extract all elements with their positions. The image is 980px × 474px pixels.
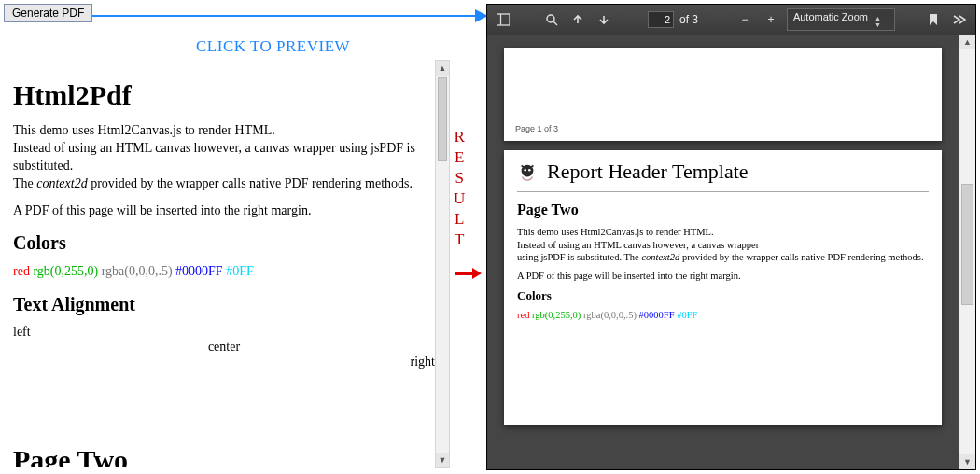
colors-heading: Colors (13, 232, 435, 254)
zoom-in-icon[interactable]: + (761, 9, 781, 30)
scroll-up-icon[interactable]: ▲ (436, 61, 449, 76)
scroll-down-icon[interactable]: ▼ (436, 453, 449, 467)
search-icon[interactable] (541, 9, 562, 30)
intro-line-4: A PDF of this page will be inserted into… (13, 202, 435, 220)
pdf-intro-3: using jsPDF is substituted. The context2… (517, 251, 929, 264)
align-left-sample: left (13, 325, 435, 340)
pdf-color-samples: red rgb(0,255,0) rgba(0,0,0,.5) #0000FF … (517, 309, 929, 322)
pdf-page-1: Page 1 of 3 (504, 48, 942, 141)
source-html-pane: Html2Pdf This demo uses Html2Canvas.js t… (13, 61, 435, 467)
svg-rect-0 (497, 14, 510, 25)
left-scrollbar[interactable]: ▲ ▼ (435, 60, 450, 468)
page-title: Html2Pdf (13, 79, 435, 111)
pdf-viewer: of 3 − + Automatic Zoom ▲▼ Page 1 of 3 (486, 4, 976, 470)
pdf-toolbar: of 3 − + Automatic Zoom ▲▼ (487, 5, 975, 35)
generate-pdf-button[interactable]: Generate PDF (4, 4, 92, 22)
pdf-colors-heading: Colors (517, 288, 929, 303)
page-two-heading: Page Two (13, 444, 435, 467)
scroll-up-icon[interactable]: ▲ (959, 35, 975, 49)
pdf-intro-1: This demo uses Html2Canvas.js to render … (517, 226, 929, 239)
zoom-stepper-icon[interactable]: ▲▼ (875, 15, 881, 28)
pdf-page-area[interactable]: Page 1 of 3 Report Header Template Page … (487, 35, 959, 469)
result-label: R E S U L T (454, 127, 466, 251)
text-alignment-heading: Text Alignment (13, 294, 435, 315)
sidebar-toggle-icon[interactable] (493, 9, 513, 30)
pdf-intro-2: Instead of using an HTML canvas however,… (517, 239, 929, 252)
bookmark-icon[interactable] (923, 9, 944, 30)
align-center-sample: center (13, 340, 435, 355)
intro-line-2: Instead of using an HTML canvas however,… (13, 140, 435, 175)
page-total-label: of 3 (679, 13, 698, 26)
color-samples: red rgb(0,255,0) rgba(0,0,0,.5) #0000FF … (13, 263, 435, 281)
next-page-icon[interactable] (594, 9, 614, 30)
svg-point-6 (528, 169, 531, 172)
result-arrow-icon (455, 264, 482, 281)
octocat-icon (517, 161, 538, 182)
page-footer-label: Page 1 of 3 (515, 124, 558, 133)
svg-line-3 (553, 21, 557, 25)
intro-line-3: The context2d provided by the wrapper ca… (13, 175, 435, 193)
scroll-thumb[interactable] (438, 77, 447, 161)
svg-point-5 (524, 169, 526, 172)
svg-point-2 (547, 15, 554, 22)
tools-icon[interactable] (949, 9, 970, 30)
zoom-select[interactable]: Automatic Zoom ▲▼ (787, 8, 895, 31)
pdf-page2-heading: Page Two (517, 202, 929, 218)
pdf-intro-4: A PDF of this page will be inserted into… (517, 270, 929, 283)
zoom-out-icon[interactable]: − (735, 9, 755, 30)
scroll-down-icon[interactable]: ▼ (959, 454, 975, 469)
report-header: Report Header Template (517, 160, 929, 192)
scroll-thumb[interactable] (961, 184, 973, 305)
pdf-page-2: Report Header Template Page Two This dem… (504, 150, 942, 425)
pdf-scrollbar[interactable]: ▲ ▼ (959, 35, 975, 469)
page-number-input[interactable] (648, 11, 674, 28)
click-to-preview-label: CLICK TO PREVIEW (196, 37, 350, 56)
arrow-line (92, 15, 477, 17)
align-right-sample: right (13, 355, 435, 369)
prev-page-icon[interactable] (567, 9, 588, 30)
intro-line-1: This demo uses Html2Canvas.js to render … (13, 122, 435, 140)
